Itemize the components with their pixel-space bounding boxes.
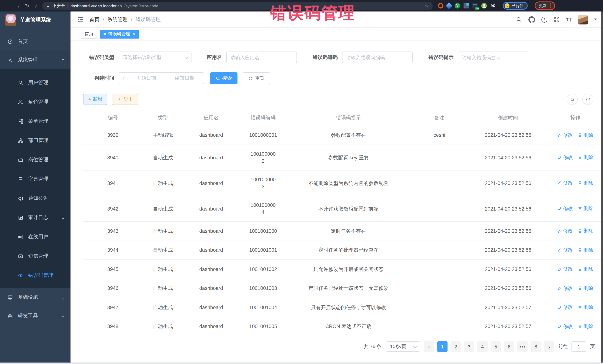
edit-link[interactable]: 修改: [557, 205, 573, 212]
search-icon[interactable]: [516, 16, 522, 22]
horizontal-scrollbar[interactable]: [0, 363, 603, 364]
page-button-4[interactable]: 4: [477, 342, 487, 352]
close-tab-icon[interactable]: ×: [133, 31, 135, 36]
sidebar-item-system[interactable]: 系统管理 ⌃: [0, 51, 70, 69]
sidebar-item-devtools[interactable]: 研发工具 ⌄: [0, 307, 70, 325]
page-size-select[interactable]: 10条/页: [386, 342, 420, 352]
sidebar-item-notice[interactable]: 通知公告: [0, 189, 70, 208]
edit-link[interactable]: 修改: [557, 265, 573, 272]
delete-link[interactable]: 删除: [578, 265, 593, 272]
next-page-button[interactable]: ›: [544, 342, 554, 352]
sidebar-item-home[interactable]: 首页: [0, 32, 70, 51]
extension-grid-icon[interactable]: [464, 3, 469, 9]
extension-green-v-icon[interactable]: V: [454, 3, 460, 9]
tab-error-code[interactable]: 错误码管理 ×: [100, 30, 139, 38]
browser-menu-kebab-icon[interactable]: [550, 3, 551, 8]
browser-forward-icon[interactable]: →: [13, 3, 22, 9]
page-button-8[interactable]: 8: [531, 342, 541, 352]
sidebar-item-dict[interactable]: 字典管理: [0, 169, 70, 189]
sidebar-item-audit-log[interactable]: 审计日志 ⌄: [0, 208, 70, 227]
sidebar-item-sms[interactable]: 短信管理 ⌄: [0, 246, 70, 266]
vertical-scrollbar[interactable]: [601, 11, 603, 363]
tab-home[interactable]: 首页: [81, 30, 97, 38]
page-button-1[interactable]: 1: [437, 342, 448, 352]
sidebar-item-label: 通知公告: [28, 195, 48, 202]
sidebar-item-error-code[interactable]: </> 错误码管理: [0, 266, 70, 285]
logo[interactable]: 芋道管理系统: [0, 11, 70, 29]
goto-page-input[interactable]: [571, 342, 586, 352]
browser-update-button[interactable]: 更新: [535, 1, 555, 10]
browser-home-icon[interactable]: ⌂: [33, 3, 41, 9]
type-select[interactable]: 请选择错误码类型: [119, 52, 191, 63]
profile-paused-badge[interactable]: 已暂停: [503, 2, 528, 10]
delete-link[interactable]: 删除: [578, 205, 593, 212]
sidebar-item-roles[interactable]: 角色管理: [0, 92, 70, 111]
edit-link[interactable]: 修改: [557, 227, 573, 234]
sidebar-item-online-users[interactable]: 在线用户: [0, 227, 70, 246]
search-button[interactable]: 搜索: [210, 72, 237, 84]
collapse-sidebar-icon[interactable]: [77, 16, 83, 22]
edit-link[interactable]: 修改: [557, 154, 573, 161]
extension-orange-ring-icon[interactable]: [438, 3, 443, 9]
delete-link[interactable]: 删除: [578, 285, 593, 292]
not-secure-label[interactable]: 不安全: [53, 3, 65, 9]
extensions-puzzle-icon[interactable]: [490, 3, 496, 9]
breadcrumb-system[interactable]: 系统管理: [108, 16, 128, 23]
page-button-6[interactable]: 6: [504, 342, 514, 352]
bookmark-star-icon[interactable]: ☆: [425, 3, 429, 9]
extension-switch-icon[interactable]: on: [472, 3, 478, 9]
table-row: 3948 自动生成 dashboard 1001001005 CRON 表达式不…: [83, 317, 603, 336]
extension-green-person-icon[interactable]: [481, 3, 487, 9]
edit-link[interactable]: 修改: [557, 132, 573, 138]
address-bar[interactable]: ▲ 不安全 dashboard.yudao.iocoder.cn/system/…: [42, 2, 433, 10]
github-icon[interactable]: [528, 16, 535, 23]
msg-input[interactable]: [462, 55, 524, 60]
sidebar-item-infra[interactable]: 基础设施 ⌄: [0, 288, 70, 307]
delete-link[interactable]: 删除: [578, 227, 593, 234]
avatar[interactable]: [578, 15, 588, 24]
delete-link[interactable]: 删除: [578, 154, 593, 161]
sidebar-item-users[interactable]: 用户管理: [0, 73, 70, 92]
app-input[interactable]: [231, 55, 293, 60]
sidebar-item-posts[interactable]: 岗位管理: [0, 150, 70, 169]
sidebar-item-menus[interactable]: 菜单管理: [0, 111, 70, 131]
browser-reload-icon[interactable]: ↻: [23, 3, 31, 9]
cell-remark: [410, 196, 469, 221]
more-pages-button[interactable]: •••: [517, 342, 528, 352]
edit-link[interactable]: 修改: [557, 304, 573, 311]
edit-link[interactable]: 修改: [557, 246, 573, 253]
error-code-table: 编号 类型 应用名 错误码编码 错误码提示 备注 创建时间 操作 3939: [83, 110, 603, 336]
delete-link[interactable]: 删除: [578, 246, 593, 253]
avatar-caret-icon[interactable]: [594, 19, 597, 20]
url-host[interactable]: dashboard.yudao.iocoder.cn: [70, 3, 122, 8]
export-button[interactable]: 导出: [112, 94, 138, 105]
delete-link[interactable]: 删除: [578, 304, 593, 311]
edit-link[interactable]: 修改: [557, 285, 573, 292]
delete-link[interactable]: 删除: [578, 179, 593, 187]
edit-link[interactable]: 修改: [557, 323, 573, 330]
page-button-3[interactable]: 3: [464, 342, 474, 352]
add-button[interactable]: + 新增: [83, 94, 107, 105]
delete-link[interactable]: 删除: [578, 132, 593, 138]
browser-back-icon[interactable]: ←: [4, 3, 12, 9]
reset-button[interactable]: 重置: [243, 72, 270, 84]
edit-link[interactable]: 修改: [557, 179, 573, 187]
prev-page-button[interactable]: ‹: [424, 342, 434, 352]
cell-app: dashboard: [183, 170, 239, 196]
not-secure-warning-icon: ▲: [46, 3, 50, 8]
date-range-picker[interactable]: 开始日期 - 结束日期: [119, 72, 204, 84]
end-date-placeholder: 结束日期: [169, 75, 200, 82]
refresh-icon-button[interactable]: [582, 94, 593, 105]
help-icon[interactable]: ?: [541, 16, 547, 22]
extension-blue-gem-icon[interactable]: [446, 3, 452, 9]
sidebar-item-departments[interactable]: 部门管理: [0, 131, 70, 150]
breadcrumb-home[interactable]: 首页: [89, 16, 99, 23]
code-input[interactable]: [346, 55, 408, 60]
show-search-icon-button[interactable]: [567, 94, 578, 105]
cell-app: dashboard: [183, 260, 239, 279]
page-button-2[interactable]: 2: [451, 342, 461, 352]
font-size-icon[interactable]: TT: [566, 16, 572, 22]
delete-link[interactable]: 删除: [578, 323, 593, 330]
page-button-5[interactable]: 5: [491, 342, 501, 352]
fullscreen-icon[interactable]: [554, 16, 560, 22]
